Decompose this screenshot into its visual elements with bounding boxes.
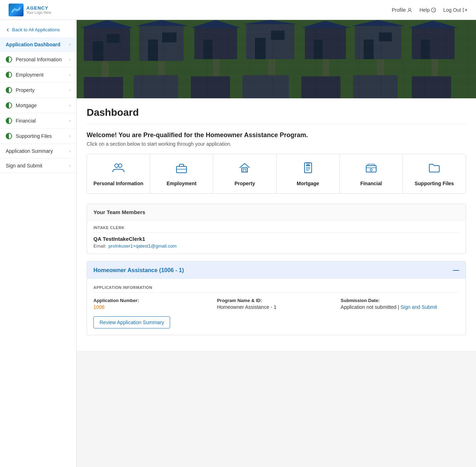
- svg-rect-38: [134, 75, 178, 98]
- top-header: AGENCY Your Logo Here Profile Help ? Log…: [0, 0, 476, 20]
- supporting-files-card[interactable]: Supporting Files: [403, 154, 466, 193]
- submission-date-item: Submission Date: Application not submitt…: [341, 298, 459, 310]
- svg-marker-28: [408, 21, 458, 28]
- employment-card[interactable]: Employment: [150, 154, 213, 193]
- back-to-applications-link[interactable]: Back to All Applications: [0, 24, 76, 37]
- svg-rect-13: [194, 27, 237, 59]
- profile-link[interactable]: Profile: [392, 7, 413, 13]
- svg-rect-34: [323, 59, 329, 98]
- svg-rect-39: [191, 76, 230, 98]
- chevron-right-icon: ›: [69, 163, 71, 168]
- employment-card-label: Employment: [167, 181, 196, 186]
- svg-rect-43: [412, 76, 451, 98]
- sidebar-label-sign-submit: Sign and Submit: [6, 163, 42, 168]
- svg-rect-27: [412, 27, 455, 59]
- progress-icon-personal: [6, 56, 12, 63]
- supporting-files-card-label: Supporting Files: [415, 181, 454, 186]
- sidebar-label-supporting-files: Supporting Files: [16, 133, 52, 139]
- svg-rect-15: [203, 40, 213, 59]
- financial-icon: [365, 161, 378, 177]
- help-link[interactable]: Help ?: [419, 7, 436, 13]
- sidebar-item-sign-submit[interactable]: Sign and Submit ›: [0, 159, 76, 173]
- sidebar-item-app-dashboard[interactable]: Application Dashboard ›: [0, 37, 76, 52]
- program-name-item: Program Name & ID: Homeowner Assistance …: [217, 298, 336, 310]
- svg-rect-31: [158, 61, 165, 98]
- sidebar-item-financial[interactable]: Financial ›: [0, 113, 76, 129]
- svg-rect-5: [84, 27, 130, 61]
- sidebar-item-personal-information[interactable]: Personal Information ›: [0, 52, 76, 67]
- application-section: Homeowner Assistance (1006 - 1) — APPLIC…: [87, 261, 466, 335]
- financial-card[interactable]: Financial: [340, 154, 403, 193]
- employment-icon: [175, 161, 188, 177]
- back-arrow-icon: [6, 28, 10, 32]
- logout-link[interactable]: Log Out: [443, 7, 467, 13]
- financial-card-label: Financial: [360, 181, 382, 186]
- svg-rect-30: [102, 61, 109, 98]
- program-name-label: Program Name & ID:: [217, 298, 336, 303]
- sidebar-label-mortgage: Mortgage: [16, 103, 37, 108]
- agency-logo-svg: [11, 6, 21, 14]
- logout-icon: [462, 7, 467, 12]
- chevron-right-icon: ›: [69, 118, 71, 123]
- team-body: INTAKE CLERK QA TestIntakeClerk1 Email: …: [87, 220, 466, 254]
- svg-marker-10: [135, 20, 189, 26]
- click-instruction-text: Click on a section below to start workin…: [87, 141, 466, 147]
- svg-rect-52: [306, 165, 310, 166]
- chevron-right-icon: ›: [69, 72, 71, 77]
- email-label: Email:: [93, 243, 106, 249]
- progress-icon-supporting-files: [6, 133, 12, 139]
- svg-rect-18: [255, 38, 266, 59]
- svg-rect-49: [242, 168, 247, 172]
- svg-rect-25: [364, 40, 374, 59]
- sidebar-item-mortgage[interactable]: Mortgage ›: [0, 98, 76, 113]
- property-card[interactable]: Property: [213, 154, 276, 193]
- supporting-files-icon: [428, 161, 441, 177]
- sidebar-item-employment[interactable]: Employment ›: [0, 67, 76, 83]
- program-name-value: Homeowner Assistance - 1: [217, 304, 336, 310]
- mortgage-card[interactable]: Mortgage: [277, 154, 340, 193]
- svg-rect-12: [162, 32, 176, 42]
- review-application-summary-button[interactable]: Review Application Summary: [93, 316, 170, 328]
- svg-rect-16: [246, 24, 294, 59]
- logo-text: AGENCY Your Logo Here: [26, 5, 51, 15]
- svg-rect-7: [93, 41, 103, 61]
- app-info-grid: Application Number: 1006 Program Name & …: [93, 298, 459, 310]
- dashboard-body: Dashboard Welcome! You are Pre-qualified…: [77, 98, 476, 351]
- sidebar-item-property[interactable]: Property ›: [0, 83, 76, 98]
- sidebar-label-personal: Personal Information: [16, 57, 62, 62]
- svg-point-0: [409, 8, 411, 10]
- svg-rect-50: [243, 169, 246, 172]
- svg-rect-8: [107, 34, 119, 43]
- sign-and-submit-link[interactable]: Sign and Submit: [400, 304, 437, 310]
- svg-marker-14: [191, 20, 241, 28]
- application-section-body: APPLICATION INFORMATION Application Numb…: [87, 279, 466, 335]
- svg-rect-51: [304, 163, 312, 173]
- svg-marker-17: [242, 20, 298, 24]
- svg-rect-11: [148, 40, 158, 61]
- clerk-name: QA TestIntakeClerk1: [93, 236, 459, 242]
- sidebar-label-employment: Employment: [16, 72, 43, 78]
- chevron-right-icon: ›: [69, 134, 71, 139]
- app-number-value: 1006: [93, 304, 212, 310]
- application-section-title: Homeowner Assistance (1006 - 1): [93, 267, 184, 274]
- chevron-right-icon: ›: [69, 57, 71, 62]
- prequalified-text: Welcome! You are Pre-qualified for the H…: [87, 131, 466, 139]
- clerk-email-link[interactable]: proInkuser1+qatest1@gmail.com: [108, 243, 176, 249]
- svg-rect-35: [377, 59, 384, 98]
- sidebar-item-application-summary[interactable]: Application Summary ›: [0, 144, 76, 159]
- chevron-right-icon: ›: [69, 103, 71, 108]
- page-title: Dashboard: [87, 107, 466, 124]
- application-section-header[interactable]: Homeowner Assistance (1006 - 1) —: [87, 261, 466, 279]
- personal-info-card[interactable]: Personal Information: [87, 154, 150, 193]
- svg-rect-40: [242, 75, 289, 98]
- team-header: Your Team Members: [87, 204, 466, 220]
- svg-rect-41: [301, 76, 341, 98]
- clerk-email-row: Email: proInkuser1+qatest1@gmail.com: [93, 243, 459, 249]
- progress-icon-employment: [6, 72, 12, 78]
- collapse-icon: —: [453, 266, 459, 274]
- sidebar-item-supporting-files[interactable]: Supporting Files ›: [0, 129, 76, 144]
- svg-rect-19: [271, 31, 285, 40]
- property-icon: [238, 161, 251, 177]
- profile-icon: [407, 7, 412, 12]
- section-cards: Personal Information Employment: [87, 154, 466, 194]
